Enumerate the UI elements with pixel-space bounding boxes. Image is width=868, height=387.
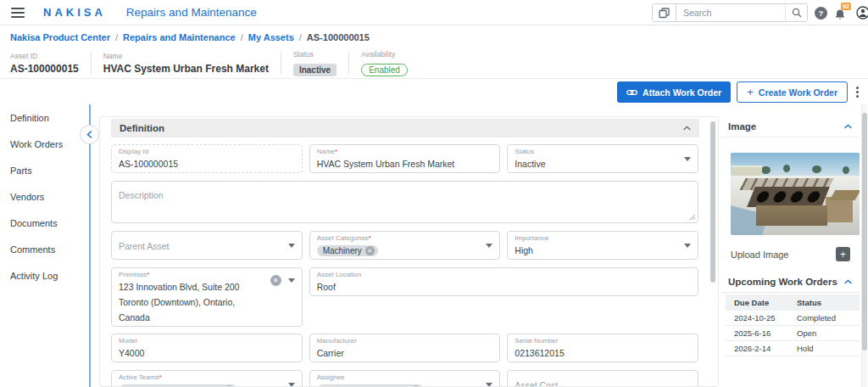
manufacturer-field[interactable]: Manufacturer Carrier: [309, 334, 501, 362]
premises-select[interactable]: Premises* 123 Innovation Blvd, Suite 200…: [111, 267, 303, 327]
nav-item-documents[interactable]: Documents: [0, 214, 88, 233]
menu-icon[interactable]: [11, 8, 25, 18]
serial-number-field[interactable]: Serial Number 0213612015: [507, 334, 698, 362]
chevron-down-icon[interactable]: [288, 383, 295, 387]
asset-id-field: Asset ID AS-100000015: [0, 52, 91, 75]
display-id-field[interactable]: Display Id AS-100000015: [111, 144, 303, 173]
chevron-up-icon[interactable]: [844, 279, 852, 284]
table-row[interactable]: 2025-6-16 Open: [726, 326, 860, 341]
assignee-label: Assignee: [317, 373, 493, 381]
table-row[interactable]: 2024-10-25 Completed: [726, 311, 860, 326]
serial-number-label: Serial Number: [515, 337, 691, 345]
premises-value: 123 Innovation Blvd, Suite 200 Toronto (…: [119, 282, 239, 322]
model-field[interactable]: Model Y4000: [111, 334, 303, 362]
brand-logo[interactable]: NAKISA: [43, 6, 106, 19]
resize-handle-icon[interactable]: [689, 214, 696, 221]
asset-location-label: Asset Location: [317, 271, 691, 278]
status-badge: Inactive: [293, 64, 337, 76]
importance-select[interactable]: Importance High: [507, 231, 698, 260]
asset-categories-select[interactable]: Asset Categories* Machinery ✕: [309, 231, 501, 260]
breadcrumb: Nakisa Product Center / Repairs and Main…: [10, 28, 370, 47]
model-label: Model: [119, 337, 295, 345]
search-input[interactable]: [676, 4, 785, 21]
right-panel: Image Upload Image + Upcoming Work Order…: [721, 116, 860, 387]
image-section-title: Image: [728, 121, 756, 132]
asset-photo[interactable]: [731, 153, 860, 235]
image-section-header[interactable]: Image: [721, 116, 860, 137]
asset-status-field: Status Inactive: [281, 50, 348, 76]
table-row[interactable]: 2026-2-14 Hold: [726, 341, 860, 356]
notifications-button[interactable]: 92: [834, 3, 849, 22]
breadcrumb-item[interactable]: My Assets: [248, 32, 294, 42]
chevron-down-icon[interactable]: [486, 383, 492, 387]
breadcrumb-separator: /: [241, 32, 243, 42]
upcoming-work-orders-header[interactable]: Upcoming Work Orders: [721, 272, 860, 292]
search-group: [652, 3, 808, 22]
asset-location-field[interactable]: Asset Location Roof: [309, 267, 698, 296]
upload-image-label[interactable]: Upload Image: [731, 250, 789, 260]
active-teams-select[interactable]: Active Teams* HVAC Maintenance Team ✕: [111, 370, 303, 387]
required-marker: *: [369, 234, 371, 242]
nav-item-activity-log[interactable]: Activity Log: [0, 266, 88, 285]
availability-badge: Enabled: [361, 64, 408, 76]
asset-name-value: HVAC System Urban Fresh Market: [103, 63, 269, 75]
apps-icon[interactable]: [653, 4, 676, 21]
more-actions-icon[interactable]: [854, 83, 861, 101]
asset-cost-field[interactable]: Asset Cost: [507, 370, 698, 387]
manufacturer-value: Carrier: [317, 348, 344, 358]
upload-image-button[interactable]: +: [836, 247, 850, 261]
help-icon[interactable]: ?: [815, 7, 827, 20]
parent-asset-select[interactable]: Parent Asset: [111, 231, 303, 260]
nav-item-comments[interactable]: Comments: [0, 240, 88, 259]
asset-id-value: AS-100000015: [10, 63, 79, 75]
premises-label: Premises: [119, 271, 147, 278]
remove-chip-icon[interactable]: ✕: [365, 246, 375, 255]
chevron-down-icon[interactable]: [684, 244, 691, 248]
app-title: Repairs and Maintenance: [126, 6, 257, 19]
name-field[interactable]: Name* HVAC System Urban Fresh Market: [309, 144, 501, 173]
panel-scrollbar[interactable]: [710, 121, 715, 283]
chevron-down-icon[interactable]: [288, 244, 295, 248]
chevron-down-icon[interactable]: [486, 244, 492, 248]
nav-item-vendors[interactable]: Vendors: [0, 188, 88, 206]
chevron-down-icon[interactable]: [288, 278, 295, 283]
search-icon[interactable]: [785, 4, 807, 21]
breadcrumb-item[interactable]: Repairs and Maintenance: [123, 32, 236, 42]
description-placeholder: Description: [119, 190, 164, 200]
nav-item-work-orders[interactable]: Work Orders: [0, 135, 88, 154]
chevron-up-icon[interactable]: [844, 124, 852, 129]
asset-categories-label: Asset Categories: [317, 234, 369, 242]
assignee-select[interactable]: Assignee rbahadur@nakisa.com ✕: [309, 370, 501, 387]
page: NAKISA Repairs and Maintenance ? 92: [0, 0, 868, 387]
model-value: Y4000: [119, 348, 144, 358]
user-avatar-icon[interactable]: [856, 6, 868, 20]
breadcrumb-separator: /: [115, 32, 118, 42]
notification-badge: 92: [841, 3, 851, 10]
breadcrumb-current: AS-100000015: [307, 32, 370, 42]
table-header-row: Due Date Status: [726, 294, 860, 311]
upload-image-row: Upload Image +: [721, 235, 860, 261]
breadcrumb-item[interactable]: Nakisa Product Center: [10, 32, 110, 42]
status-select[interactable]: Status Inactive: [507, 144, 698, 173]
chevron-down-icon[interactable]: [684, 157, 691, 161]
asset-summary-bar: Asset ID AS-100000015 Name HVAC System U…: [0, 48, 868, 79]
definition-title: Definition: [120, 123, 164, 133]
required-marker: *: [147, 271, 149, 278]
nav-item-parts[interactable]: Parts: [0, 161, 88, 180]
collapse-sidebar-button[interactable]: [80, 125, 99, 144]
chevron-up-icon[interactable]: [683, 126, 691, 131]
status-cell: Hold: [793, 344, 860, 353]
asset-location-value: Roof: [317, 282, 336, 292]
clear-icon[interactable]: ✕: [270, 275, 281, 286]
create-work-order-button[interactable]: + Create Work Order: [737, 81, 848, 103]
description-textarea[interactable]: Description: [111, 181, 698, 223]
attach-work-order-label: Attach Work Order: [643, 87, 721, 98]
action-buttons: Attach Work Order + Create Work Order: [617, 81, 861, 103]
status-label: Status: [515, 148, 691, 155]
definition-panel-header[interactable]: Definition: [111, 119, 699, 137]
asset-category-chip-label: Machinery: [323, 246, 362, 255]
attach-work-order-button[interactable]: Attach Work Order: [617, 81, 731, 103]
nav-item-definition[interactable]: Definition: [0, 109, 88, 127]
scrollbar-thumb[interactable]: [862, 113, 867, 351]
divider: [721, 137, 860, 137]
